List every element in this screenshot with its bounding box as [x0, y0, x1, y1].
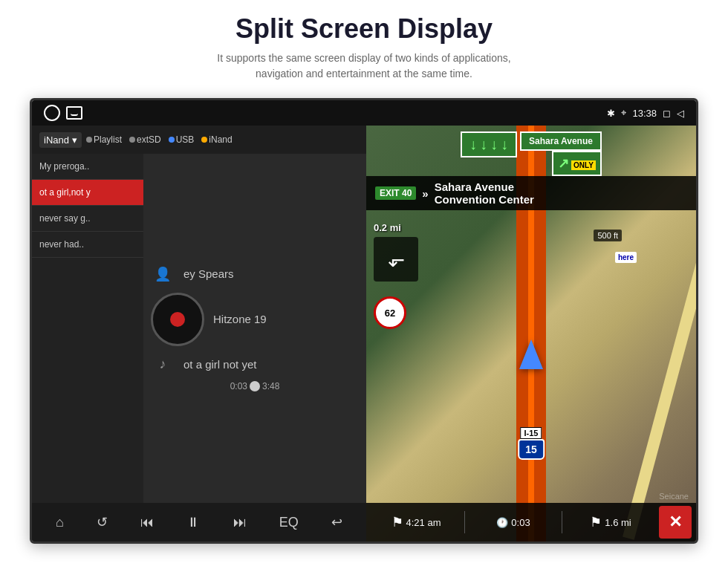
playlist-item[interactable]: never say g.. [32, 206, 143, 232]
exit-arrow: » [422, 187, 428, 200]
arrow-up-right: ↗ [558, 156, 569, 171]
eta-dest: ⚑ 1.6 mi [565, 511, 656, 533]
location-icon: ⌖ [621, 107, 626, 119]
nav-close-button[interactable]: ✕ [659, 506, 692, 539]
bluetooth-icon: ✱ [607, 108, 615, 119]
music-icon: ♪ [151, 357, 175, 372]
playlist-item-active[interactable]: ot a girl,not y [32, 180, 143, 206]
extsd-option[interactable]: extSD [129, 134, 161, 145]
eta-distance: 1.6 mi [605, 517, 631, 528]
usb-option[interactable]: USB [169, 134, 195, 145]
speed-limit-sign: 62 [374, 296, 406, 329]
music-panel: iNand ▾ Playlist extSD USB iNand My prer… [32, 126, 366, 542]
source-dropdown[interactable]: iNand ▾ [39, 132, 82, 148]
nav-panel: ↓ ↓ ↓ ↓ Sahara Avenue ↗ ONLY EXIT [366, 126, 696, 542]
nav-bottom-bar: ⚑ 4:21 am 🕐 0:03 ⚑ 1.6 mi ✕ [366, 503, 696, 542]
arrow-down-1: ↓ [469, 136, 477, 153]
album-name: Hitzone 19 [213, 313, 267, 325]
highway-green-sign: ↓ ↓ ↓ ↓ [461, 131, 517, 157]
arrow-down-4: ↓ [501, 136, 508, 153]
sahara-sign: Sahara Avenue [520, 131, 602, 151]
status-bar: ✱ ⌖ 13:38 ◻ ◁ [32, 100, 696, 126]
distance-sign: 500 ft [594, 230, 622, 241]
split-area: iNand ▾ Playlist extSD USB iNand My prer… [32, 126, 696, 542]
nav-distance: 0.2 mi [374, 222, 401, 233]
arrow-down-3: ↓ [490, 136, 498, 153]
flag-end-icon: ⚑ [590, 514, 602, 530]
only-label: ONLY [571, 160, 596, 170]
exit-name: Sahara Avenue Convention Center [435, 181, 534, 206]
source-selector: iNand ▾ Playlist extSD USB iNand [32, 126, 366, 154]
highway-badge: I-15 15 [518, 427, 545, 460]
playlist-item[interactable]: never had.. [32, 232, 143, 258]
i15-label: I-15 [521, 427, 542, 439]
progress-row: 0:03 3:48 [223, 381, 287, 391]
divider-2 [562, 511, 562, 533]
inand-option[interactable]: iNand [201, 134, 232, 145]
exit-badge: EXIT 40 [375, 186, 416, 200]
eta-start: ⚑ 4:21 am [371, 511, 461, 533]
now-playing: 👤 ey Spears Hitzone 19 ♪ ot a girl not y… [143, 154, 366, 503]
source-options: Playlist extSD USB iNand [86, 134, 233, 145]
turn-icon: ⬐ [374, 237, 418, 282]
album-art [151, 293, 204, 346]
page-header: Split Screen Display It supports the sam… [0, 0, 728, 89]
track-info: 👤 ey Spears Hitzone 19 ♪ ot a girl not y… [151, 266, 359, 372]
dropdown-arrow: ▾ [72, 134, 77, 146]
source-label: iNand [44, 134, 69, 146]
repeat-button[interactable]: ↺ [89, 510, 115, 535]
exit-banner: EXIT 40 » Sahara Avenue Convention Cente… [366, 176, 696, 210]
prev-button[interactable]: ⏮ [133, 510, 161, 535]
status-time: 13:38 [632, 108, 657, 119]
divider-1 [464, 511, 465, 533]
album-row: Hitzone 19 [151, 293, 359, 346]
artist-name: ey Spears [183, 267, 234, 280]
eq-button[interactable]: EQ [272, 510, 306, 535]
clock-icon: 🕐 [496, 517, 508, 528]
playlist-option[interactable]: Playlist [86, 134, 122, 145]
time-total: 3:48 [262, 381, 279, 391]
duration-value: 0:03 [511, 517, 530, 528]
status-left [44, 105, 82, 121]
album-art-inner [170, 312, 185, 327]
pause-button[interactable]: ⏸ [179, 510, 207, 535]
here-logo: here [615, 252, 637, 263]
song-name: ot a girl not yet [183, 358, 256, 371]
device-frame: ✱ ⌖ 13:38 ◻ ◁ iNand ▾ Playlist extSD USB… [30, 98, 698, 544]
highway-sign-area: ↓ ↓ ↓ ↓ Sahara Avenue ↗ ONLY [366, 131, 696, 176]
time-current: 0:03 [230, 381, 247, 391]
flag-start-icon: ⚑ [391, 514, 403, 530]
only-sign: ↗ ONLY [552, 151, 602, 176]
home-button[interactable]: ⌂ [48, 510, 71, 535]
eta-time: 4:21 am [406, 517, 441, 528]
playlist-sidebar: My preroga.. ot a girl,not y never say g… [32, 154, 143, 503]
eta-duration: 🕐 0:03 [468, 514, 559, 531]
person-icon: 👤 [151, 266, 175, 282]
page-subtitle: It supports the same screen display of t… [0, 51, 728, 82]
i15-shield: 15 [518, 439, 545, 460]
song-row: ♪ ot a girl not yet [151, 357, 359, 372]
back-icon: ◁ [677, 108, 684, 119]
artist-row: 👤 ey Spears [151, 266, 359, 282]
watermark: Seicane [659, 492, 689, 501]
page-title: Split Screen Display [0, 13, 728, 45]
nav-pointer [519, 339, 543, 369]
next-button[interactable]: ⏭ [226, 510, 254, 535]
status-right: ✱ ⌖ 13:38 ◻ ◁ [607, 107, 684, 119]
arrow-down-2: ↓ [480, 136, 487, 153]
circle-icon [44, 105, 60, 121]
back-button[interactable]: ↩ [324, 510, 350, 535]
image-icon [66, 106, 82, 120]
controls-bar: ⌂ ↺ ⏮ ⏸ ⏭ EQ ↩ [32, 503, 366, 542]
playlist-item[interactable]: My preroga.. [32, 154, 143, 180]
playlist-area: My preroga.. ot a girl,not y never say g… [32, 154, 366, 503]
window-icon: ◻ [663, 108, 671, 119]
progress-thumb[interactable] [250, 381, 260, 391]
